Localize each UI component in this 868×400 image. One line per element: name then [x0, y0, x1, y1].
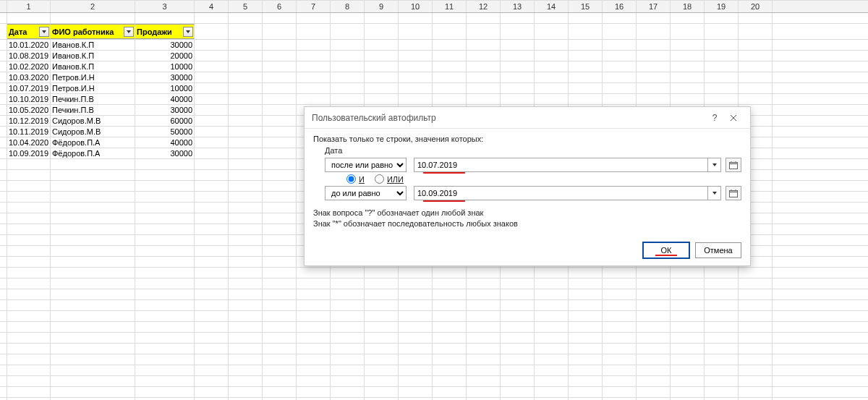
- blank-cell[interactable]: [671, 311, 705, 321]
- blank-cell[interactable]: [195, 105, 229, 115]
- blank-cell[interactable]: [263, 354, 297, 365]
- blank-cell[interactable]: [739, 289, 773, 299]
- blank-cell[interactable]: [195, 213, 229, 224]
- blank-cell[interactable]: [501, 51, 535, 61]
- blank-cell[interactable]: [433, 61, 467, 72]
- blank-cell[interactable]: [637, 376, 671, 386]
- calendar-button-1[interactable]: [726, 158, 741, 172]
- blank-cell[interactable]: [467, 51, 501, 61]
- blank-cell[interactable]: [229, 322, 263, 332]
- blank-cell[interactable]: [433, 268, 467, 278]
- blank-cell[interactable]: [569, 13, 603, 23]
- blank-cell[interactable]: [195, 83, 229, 93]
- blank-cell[interactable]: [263, 213, 297, 224]
- blank-cell[interactable]: [7, 344, 51, 354]
- blank-cell[interactable]: [671, 322, 705, 332]
- filter-button-date[interactable]: [39, 27, 49, 37]
- blank-cell[interactable]: [365, 13, 399, 23]
- blank-cell[interactable]: [433, 344, 467, 354]
- blank-cell[interactable]: [671, 365, 705, 375]
- blank-cell[interactable]: [195, 344, 229, 354]
- close-button[interactable]: [724, 111, 743, 125]
- blank-cell[interactable]: [263, 268, 297, 278]
- blank-cell[interactable]: [467, 268, 501, 278]
- radio-and[interactable]: И: [346, 174, 365, 184]
- blank-cell[interactable]: [603, 24, 637, 39]
- blank-cell[interactable]: [569, 278, 603, 289]
- cell-date[interactable]: 10.11.2019: [7, 127, 51, 137]
- blank-cell[interactable]: [705, 300, 739, 310]
- blank-cell[interactable]: [51, 365, 135, 375]
- blank-cell[interactable]: [263, 322, 297, 332]
- blank-cell[interactable]: [263, 300, 297, 310]
- blank-cell[interactable]: [263, 94, 297, 104]
- blank-cell[interactable]: [637, 24, 671, 39]
- blank-cell[interactable]: [501, 311, 535, 321]
- blank-cell[interactable]: [433, 289, 467, 299]
- blank-cell[interactable]: [331, 322, 365, 332]
- blank-cell[interactable]: [603, 311, 637, 321]
- blank-cell[interactable]: [569, 344, 603, 354]
- blank-cell[interactable]: [365, 278, 399, 289]
- cell-date[interactable]: 10.07.2019: [7, 83, 51, 93]
- blank-cell[interactable]: [365, 387, 399, 397]
- blank-cell[interactable]: [7, 333, 51, 343]
- blank-cell[interactable]: [603, 278, 637, 289]
- blank-cell[interactable]: [637, 13, 671, 23]
- blank-cell[interactable]: [365, 268, 399, 278]
- corner-cell[interactable]: [0, 1, 7, 12]
- blank-cell[interactable]: [51, 213, 135, 224]
- blank-cell[interactable]: [365, 322, 399, 332]
- radio-or[interactable]: ИЛИ: [375, 174, 404, 184]
- blank-cell[interactable]: [229, 333, 263, 343]
- cell-sales[interactable]: 10000: [135, 83, 195, 93]
- blank-cell[interactable]: [637, 354, 671, 365]
- blank-cell[interactable]: [195, 311, 229, 321]
- blank-cell[interactable]: [229, 344, 263, 354]
- blank-cell[interactable]: [637, 61, 671, 72]
- blank-cell[interactable]: [501, 278, 535, 289]
- blank-cell[interactable]: [195, 300, 229, 310]
- blank-cell[interactable]: [535, 61, 569, 72]
- blank-cell[interactable]: [229, 40, 263, 50]
- blank-cell[interactable]: [365, 344, 399, 354]
- blank-cell[interactable]: [705, 354, 739, 365]
- blank-cell[interactable]: [229, 137, 263, 148]
- blank-cell[interactable]: [7, 257, 51, 267]
- blank-cell[interactable]: [51, 289, 135, 299]
- blank-cell[interactable]: [603, 376, 637, 386]
- blank-cell[interactable]: [569, 61, 603, 72]
- blank-cell[interactable]: [569, 83, 603, 93]
- blank-cell[interactable]: [331, 289, 365, 299]
- blank-cell[interactable]: [297, 387, 331, 397]
- blank-cell[interactable]: [365, 333, 399, 343]
- blank-cell[interactable]: [535, 24, 569, 39]
- blank-cell[interactable]: [467, 72, 501, 82]
- blank-cell[interactable]: [637, 268, 671, 278]
- blank-cell[interactable]: [135, 376, 195, 386]
- cell-name[interactable]: Фёдоров.П.А: [51, 148, 135, 158]
- blank-cell[interactable]: [51, 192, 135, 202]
- blank-cell[interactable]: [399, 83, 433, 93]
- blank-cell[interactable]: [535, 268, 569, 278]
- cell-date[interactable]: 10.09.2019: [7, 148, 51, 158]
- blank-cell[interactable]: [569, 365, 603, 375]
- cell-name[interactable]: Печкин.П.В: [51, 105, 135, 115]
- blank-cell[interactable]: [399, 61, 433, 72]
- blank-cell[interactable]: [433, 94, 467, 104]
- blank-cell[interactable]: [263, 40, 297, 50]
- blank-cell[interactable]: [7, 159, 51, 169]
- blank-cell[interactable]: [365, 94, 399, 104]
- blank-cell[interactable]: [467, 376, 501, 386]
- blank-cell[interactable]: [51, 344, 135, 354]
- blank-cell[interactable]: [229, 170, 263, 180]
- blank-cell[interactable]: [467, 344, 501, 354]
- blank-cell[interactable]: [229, 268, 263, 278]
- blank-cell[interactable]: [603, 344, 637, 354]
- column-header-9[interactable]: 9: [365, 1, 399, 12]
- blank-cell[interactable]: [297, 13, 331, 23]
- blank-cell[interactable]: [7, 376, 51, 386]
- blank-cell[interactable]: [365, 83, 399, 93]
- blank-cell[interactable]: [399, 13, 433, 23]
- blank-cell[interactable]: [671, 83, 705, 93]
